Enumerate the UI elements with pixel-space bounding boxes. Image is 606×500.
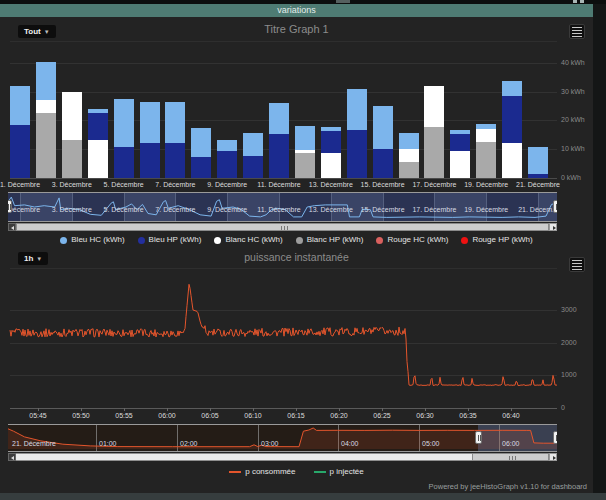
legend-label: Bleu HP (kWh)	[149, 235, 202, 245]
bar-segment	[476, 124, 496, 129]
x-axis-tick	[124, 408, 125, 411]
bar-segment	[295, 126, 315, 151]
consumption-line	[10, 281, 557, 408]
bar-column	[62, 63, 82, 178]
bar-segment	[217, 151, 237, 178]
x-axis-line	[10, 178, 557, 179]
legend-item[interactable]: p injectée	[314, 467, 364, 477]
navigator-label: 02:00	[180, 440, 198, 448]
widget-titlebar[interactable]: variations	[0, 4, 593, 17]
bar-segment	[528, 147, 548, 173]
scrollbar-thumb[interactable]	[16, 223, 549, 231]
bar-segment	[321, 131, 341, 153]
legend-line-swatch	[314, 471, 326, 473]
scrollbar-thumb[interactable]	[472, 453, 549, 461]
navigator-right-handle[interactable]	[553, 200, 557, 213]
x-axis-label: 05:50	[61, 411, 101, 420]
navigator-right-handle[interactable]	[553, 431, 557, 444]
legend-dot-swatch	[376, 237, 383, 244]
legend-label: Rouge HP (kWh)	[472, 235, 532, 245]
legend-item[interactable]: Rouge HC (kWh)	[376, 235, 448, 245]
navigator-left-handle[interactable]	[475, 431, 482, 444]
graph2-legend: p consomméep injectée	[0, 467, 593, 477]
thumb-grip-line	[284, 226, 285, 230]
bar-segment	[269, 103, 289, 135]
graph1-title: Titre Graph 1	[0, 23, 593, 35]
navigator-label: 21. Décembre	[12, 440, 56, 448]
scrollbar-right-button[interactable]	[549, 453, 557, 461]
legend-label: Bleu HC (kWh)	[71, 235, 124, 245]
screen: { "window": { "title": "variations", "ti…	[0, 0, 606, 500]
bar-column	[217, 63, 237, 178]
x-axis-label: 06:20	[319, 411, 359, 420]
legend-item[interactable]: Bleu HC (kWh)	[60, 235, 124, 245]
x-axis-label: 05:45	[18, 411, 58, 420]
bar-segment	[165, 143, 185, 177]
arrow-right-icon	[553, 226, 556, 230]
x-axis-line	[10, 408, 557, 409]
legend-line-swatch	[229, 471, 241, 473]
graph1-navigator[interactable]: 1. Décembre3. Décembre5. Décembre7. Déce…	[8, 192, 557, 222]
x-axis-label: 06:00	[147, 411, 187, 420]
bar-column	[269, 63, 289, 178]
legend-item[interactable]: p consommée	[229, 467, 295, 477]
graph1-header-divider	[10, 41, 557, 42]
y-axis-label: 3000	[561, 306, 577, 314]
x-axis-tick	[210, 408, 211, 411]
graph2-scrollbar[interactable]	[8, 453, 557, 461]
navigator-label: 01:00	[99, 440, 117, 448]
graph1-scrollbar[interactable]	[8, 223, 557, 231]
bar-column	[10, 63, 30, 178]
bar-segment	[476, 129, 496, 142]
bar-segment	[476, 142, 496, 178]
x-axis-tick	[38, 408, 39, 411]
bar-column	[373, 63, 393, 178]
graph2-menu-button[interactable]	[569, 257, 585, 272]
legend-item[interactable]: Blanc HC (kWh)	[214, 235, 282, 245]
navigator-label: 04:00	[341, 440, 359, 448]
scrollbar-right-button[interactable]	[549, 223, 557, 231]
graph1-plot-area	[10, 63, 557, 178]
scrollbar-left-button[interactable]	[8, 223, 16, 231]
legend-dot-swatch	[138, 237, 145, 244]
navigator-label: 21. Décem...	[508, 206, 557, 214]
x-axis-tick	[167, 408, 168, 411]
legend-dot-swatch	[296, 237, 303, 244]
graph2-plot-area	[10, 281, 557, 408]
x-axis-tick	[511, 408, 512, 411]
bar-segment	[88, 140, 108, 177]
bar-column	[295, 63, 315, 178]
legend-item[interactable]: Blanc HP (kWh)	[296, 235, 364, 245]
bar-column	[165, 63, 185, 178]
y-axis-label: 0	[561, 404, 565, 412]
legend-label: Rouge HC (kWh)	[387, 235, 448, 245]
x-axis-label: 06:25	[362, 411, 402, 420]
bar-segment	[36, 62, 56, 101]
x-axis-tick	[425, 408, 426, 411]
bar-segment	[140, 143, 160, 178]
navigator-left-handle[interactable]	[8, 200, 12, 213]
bar-segment	[88, 109, 108, 113]
bar-segment	[243, 156, 263, 178]
scrollbar-left-button[interactable]	[8, 453, 16, 461]
y-axis-label: 20 kWh	[561, 116, 585, 124]
legend-label: p injectée	[330, 467, 364, 477]
widget-title: variations	[277, 5, 316, 15]
bar-segment	[88, 113, 108, 140]
hamburger-icon	[570, 27, 584, 37]
bar-segment	[528, 174, 548, 178]
x-axis-label: 21. Décembre	[508, 180, 568, 189]
bar-column	[399, 63, 419, 178]
bar-segment	[36, 113, 56, 177]
x-axis-label: 06:30	[405, 411, 445, 420]
x-axis-tick	[81, 408, 82, 411]
graph1-menu-button[interactable]	[569, 24, 585, 39]
x-axis-tick	[339, 408, 340, 411]
legend-item[interactable]: Bleu HP (kWh)	[138, 235, 202, 245]
graph2-navigator[interactable]: 21. Décembre01:0002:0003:0004:0005:0006:…	[8, 424, 557, 452]
bar-segment	[295, 150, 315, 153]
top-edge-notch	[336, 0, 350, 3]
legend-item[interactable]: Rouge HP (kWh)	[461, 235, 532, 245]
bar-segment	[450, 151, 470, 177]
y-axis-label: 30 kWh	[561, 88, 585, 96]
